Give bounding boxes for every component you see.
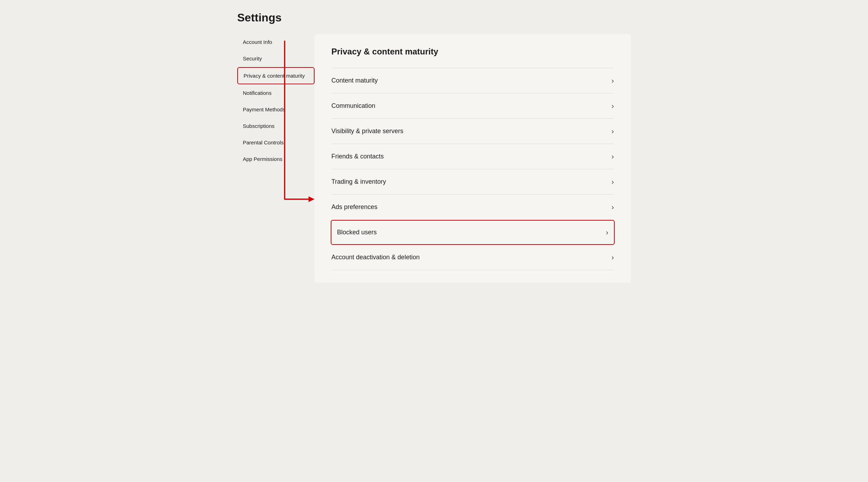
sidebar-item-app-permissions[interactable]: App Permissions	[237, 151, 315, 167]
page-title: Settings	[237, 11, 631, 24]
main-content: Privacy & content maturity Content matur…	[315, 34, 631, 283]
chevron-right-icon: ›	[611, 152, 614, 161]
chevron-right-icon: ›	[611, 77, 614, 85]
menu-item-blocked-users[interactable]: Blocked users ›	[331, 220, 615, 245]
chevron-right-icon: ›	[611, 203, 614, 211]
sidebar-item-security[interactable]: Security	[237, 51, 315, 66]
chevron-right-icon: ›	[611, 178, 614, 186]
menu-item-visibility-private-servers[interactable]: Visibility & private servers ›	[331, 119, 614, 144]
menu-item-content-maturity[interactable]: Content maturity ›	[331, 68, 614, 93]
sidebar-item-subscriptions[interactable]: Subscriptions	[237, 118, 315, 134]
sidebar-item-notifications[interactable]: Notifications	[237, 85, 315, 101]
menu-item-trading-inventory[interactable]: Trading & inventory ›	[331, 169, 614, 195]
chevron-right-icon: ›	[611, 127, 614, 135]
sidebar-item-parental-controls[interactable]: Parental Controls	[237, 135, 315, 150]
sidebar: Account Info Security Privacy & content …	[237, 34, 315, 283]
sidebar-item-account-info[interactable]: Account Info	[237, 34, 315, 50]
sidebar-item-payment-methods[interactable]: Payment Methods	[237, 102, 315, 117]
menu-item-ads-preferences[interactable]: Ads preferences ›	[331, 195, 614, 220]
menu-item-friends-contacts[interactable]: Friends & contacts ›	[331, 144, 614, 169]
sidebar-item-privacy-content-maturity[interactable]: Privacy & content maturity	[237, 67, 315, 84]
menu-list: Content maturity › Communication › Visib…	[331, 68, 614, 270]
section-title: Privacy & content maturity	[331, 47, 614, 57]
menu-item-communication[interactable]: Communication ›	[331, 93, 614, 119]
menu-item-account-deactivation-deletion[interactable]: Account deactivation & deletion ›	[331, 245, 614, 270]
chevron-right-icon: ›	[611, 102, 614, 110]
chevron-right-icon: ›	[611, 253, 614, 261]
chevron-right-icon: ›	[606, 228, 608, 236]
